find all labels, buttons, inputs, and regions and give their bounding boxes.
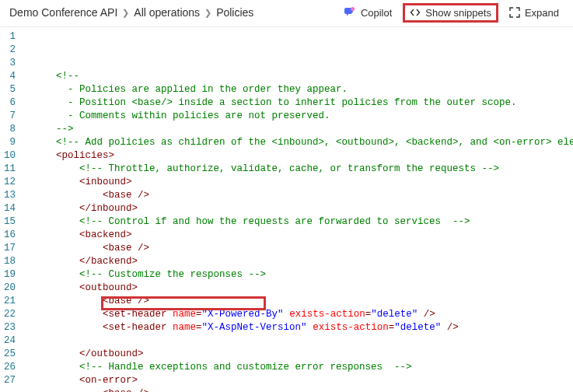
code-line[interactable]: <!-- Throttle, authorize, validate, cach… — [26, 163, 573, 176]
code-line[interactable]: <backend> — [26, 229, 573, 242]
breadcrumb: Demo Conference API ❯ All operations ❯ P… — [9, 6, 333, 19]
code-line[interactable]: <!-- — [26, 70, 573, 83]
expand-label: Expand — [525, 7, 559, 19]
copilot-button[interactable]: Copilot — [337, 3, 398, 22]
code-line[interactable]: <base /> — [26, 295, 573, 308]
copilot-icon — [344, 6, 356, 19]
code-line[interactable]: <on-error> — [26, 374, 573, 387]
code-line[interactable] — [26, 334, 573, 348]
code-line[interactable]: <base /> — [26, 387, 573, 392]
code-line[interactable]: <!-- Handle exceptions and customize err… — [26, 361, 573, 374]
code-line[interactable]: - Comments within policies are not prese… — [26, 110, 573, 123]
copilot-label: Copilot — [361, 7, 392, 19]
code-line[interactable]: <!-- Customize the responses --> — [26, 268, 573, 282]
code-line[interactable]: <!-- Add policies as children of the <in… — [26, 136, 573, 149]
chevron-right-icon: ❯ — [122, 8, 129, 18]
code-line[interactable]: <outbound> — [26, 282, 573, 295]
code-line[interactable]: --> — [26, 123, 573, 136]
svg-point-0 — [351, 7, 355, 11]
code-line[interactable]: <inbound> — [26, 176, 573, 189]
show-snippets-label: Show snippets — [425, 7, 491, 19]
code-icon — [410, 7, 421, 18]
code-line[interactable]: - Position <base/> inside a section to i… — [26, 96, 573, 110]
code-line[interactable]: <set-header name="X-Powered-By" exists-a… — [26, 308, 573, 321]
code-area[interactable]: <!-- - Policies are applied in the order… — [26, 27, 573, 392]
code-line[interactable]: <base /> — [26, 242, 573, 255]
breadcrumb-item[interactable]: Demo Conference API — [9, 6, 117, 19]
code-line[interactable]: </outbound> — [26, 348, 573, 361]
expand-icon — [509, 7, 520, 18]
code-editor[interactable]: 1234567891011121314151617181920212223242… — [0, 26, 573, 392]
breadcrumb-item[interactable]: Policies — [216, 6, 253, 19]
toolbar: Demo Conference API ❯ All operations ❯ P… — [0, 0, 573, 26]
show-snippets-button[interactable]: Show snippets — [403, 3, 498, 23]
expand-button[interactable]: Expand — [503, 4, 565, 22]
line-gutter: 1234567891011121314151617181920212223242… — [0, 27, 26, 392]
code-line[interactable]: </backend> — [26, 255, 573, 268]
code-line[interactable]: </inbound> — [26, 202, 573, 215]
code-line[interactable]: <set-header name="X-AspNet-Version" exis… — [26, 321, 573, 334]
code-line[interactable]: <!-- Control if and how the requests are… — [26, 215, 573, 229]
code-line[interactable]: - Policies are applied in the order they… — [26, 83, 573, 96]
code-line[interactable]: <base /> — [26, 189, 573, 202]
chevron-right-icon: ❯ — [204, 8, 211, 18]
breadcrumb-item[interactable]: All operations — [134, 6, 200, 19]
code-line[interactable]: <policies> — [26, 149, 573, 163]
